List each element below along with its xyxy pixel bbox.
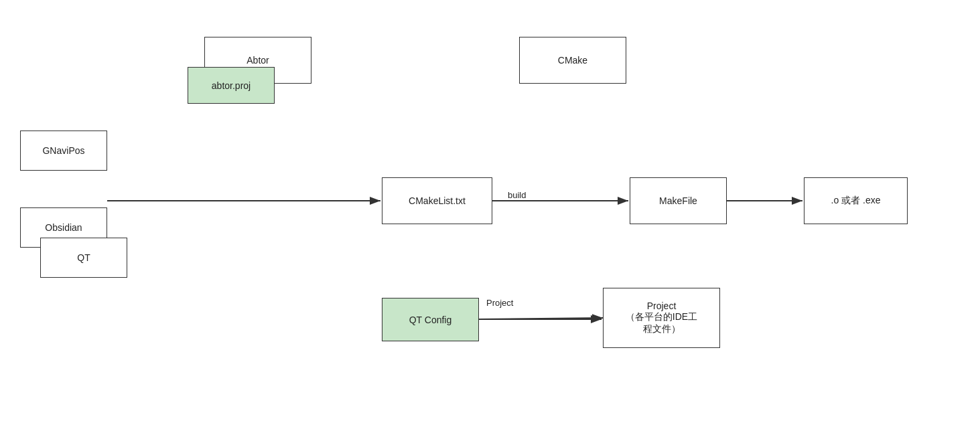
cmake-box: CMake	[519, 37, 626, 84]
qt-box: QT	[40, 238, 127, 278]
svg-line-5	[479, 318, 603, 319]
makefile-box: MakeFile	[630, 177, 727, 224]
cmakelist-box: CMakeList.txt	[382, 177, 492, 224]
diagram: GNaviPosObsidianQTAbtorabtor.projCMakeCM…	[0, 0, 980, 429]
output-box: .o 或者 .exe	[804, 177, 908, 224]
abtor_proj-box: abtor.proj	[188, 67, 275, 104]
gnavipos-box: GNaviPos	[20, 131, 107, 171]
arrow-label: build	[508, 190, 526, 200]
arrow-label: Project	[486, 298, 513, 308]
project-box: Project （各平台的IDE工 程文件）	[603, 288, 720, 348]
qtconfig-box: QT Config	[382, 298, 479, 341]
